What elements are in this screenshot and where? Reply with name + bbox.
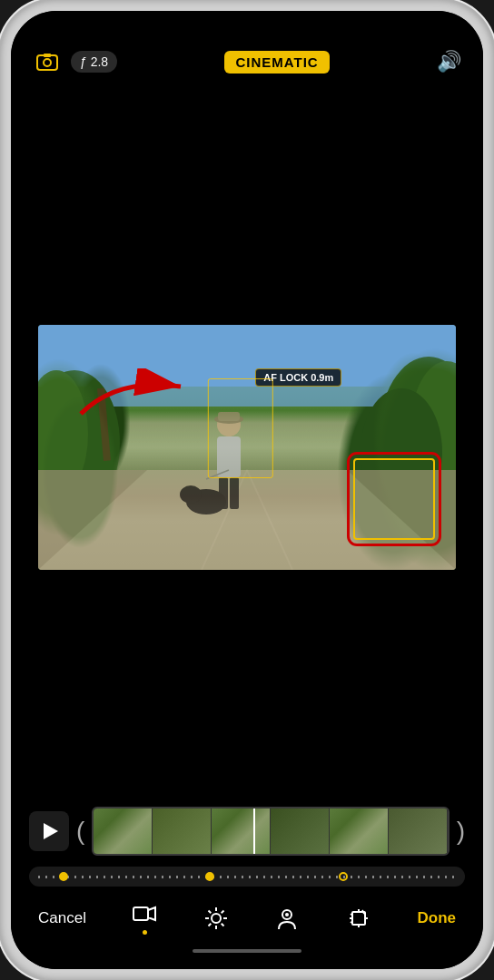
bottom-toolbar: Cancel bbox=[29, 901, 465, 935]
camera-icon-button[interactable] bbox=[33, 47, 62, 76]
bracket-left: ( bbox=[76, 807, 84, 856]
portrait-button[interactable] bbox=[274, 906, 300, 931]
dot-marker-1[interactable] bbox=[59, 872, 68, 881]
film-thumb-1 bbox=[94, 808, 153, 854]
adjust-icon bbox=[203, 906, 229, 931]
bracket-right: ) bbox=[457, 807, 465, 856]
crop-button[interactable] bbox=[346, 906, 371, 931]
timeline-strip: ( ) bbox=[29, 807, 465, 856]
svg-line-31 bbox=[208, 910, 211, 913]
focus-alt-box[interactable] bbox=[353, 458, 435, 540]
dot-track[interactable] bbox=[29, 867, 465, 887]
svg-line-34 bbox=[208, 923, 211, 926]
done-button[interactable]: Done bbox=[418, 909, 457, 927]
play-button[interactable] bbox=[29, 811, 69, 851]
svg-marker-25 bbox=[148, 907, 155, 920]
home-indicator bbox=[29, 942, 465, 960]
dot-marker-2[interactable] bbox=[205, 872, 214, 881]
film-thumb-3 bbox=[212, 808, 271, 854]
portrait-icon bbox=[274, 906, 300, 931]
film-strip[interactable] bbox=[92, 807, 449, 856]
record-video-dot bbox=[143, 930, 147, 935]
top-left-controls: ƒ 2.8 bbox=[33, 47, 117, 76]
svg-line-33 bbox=[222, 910, 224, 913]
svg-point-26 bbox=[212, 914, 221, 923]
notch bbox=[188, 11, 306, 36]
aperture-badge[interactable]: ƒ 2.8 bbox=[71, 51, 117, 73]
video-frame[interactable]: AF LOCK 0.9m bbox=[38, 325, 456, 570]
film-thumb-5 bbox=[330, 808, 389, 854]
dot-marker-3[interactable] bbox=[339, 872, 348, 881]
cinematic-badge: CINEMATIC bbox=[224, 51, 329, 74]
svg-rect-2 bbox=[44, 54, 51, 57]
svg-rect-17 bbox=[230, 477, 239, 509]
camera-icon bbox=[35, 50, 59, 74]
film-thumb-2 bbox=[153, 808, 212, 854]
phone-screen: ƒ 2.8 CINEMATIC 🔊 bbox=[11, 11, 483, 969]
play-icon bbox=[44, 823, 58, 839]
film-playhead bbox=[253, 807, 255, 856]
svg-point-21 bbox=[180, 485, 202, 504]
film-thumb-4 bbox=[271, 808, 330, 854]
red-arrow bbox=[72, 368, 199, 423]
svg-rect-24 bbox=[133, 907, 148, 920]
crop-icon bbox=[346, 906, 371, 931]
svg-rect-0 bbox=[37, 55, 57, 70]
svg-rect-37 bbox=[352, 912, 365, 925]
film-thumb-6 bbox=[389, 808, 448, 854]
dot-track-dots bbox=[38, 876, 456, 878]
volume-button[interactable]: 🔊 bbox=[437, 50, 461, 74]
record-video-button[interactable] bbox=[132, 901, 157, 935]
phone-frame: ƒ 2.8 CINEMATIC 🔊 bbox=[0, 0, 494, 980]
cancel-button[interactable]: Cancel bbox=[38, 909, 86, 927]
record-video-icon bbox=[132, 901, 157, 926]
bottom-section: ( ) bbox=[11, 807, 483, 969]
svg-point-36 bbox=[285, 913, 289, 916]
home-bar bbox=[193, 949, 301, 953]
video-area[interactable]: AF LOCK 0.9m bbox=[11, 87, 483, 807]
svg-line-32 bbox=[222, 923, 224, 926]
focus-person-box bbox=[208, 378, 273, 478]
svg-point-1 bbox=[44, 59, 51, 66]
adjust-button[interactable] bbox=[203, 906, 229, 931]
